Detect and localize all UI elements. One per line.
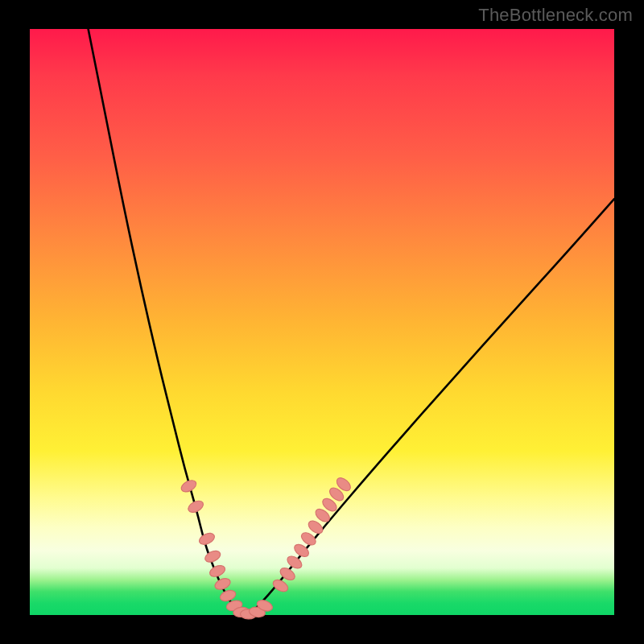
marker-left-4 bbox=[208, 564, 226, 579]
marker-left-1 bbox=[187, 498, 205, 514]
marker-left-5 bbox=[213, 576, 232, 592]
curve-layer bbox=[30, 29, 614, 615]
marker-left-3 bbox=[204, 549, 222, 564]
markers-left bbox=[180, 478, 257, 619]
curve-left-branch bbox=[89, 29, 243, 615]
marker-right-2 bbox=[271, 577, 290, 593]
marker-left-2 bbox=[197, 531, 216, 547]
marker-left-0 bbox=[180, 478, 198, 494]
plot-area bbox=[30, 29, 614, 615]
markers-right bbox=[249, 476, 353, 618]
chart-frame: TheBottleneck.com bbox=[0, 0, 644, 644]
watermark-text: TheBottleneck.com bbox=[478, 5, 633, 26]
curve-left bbox=[89, 29, 243, 615]
